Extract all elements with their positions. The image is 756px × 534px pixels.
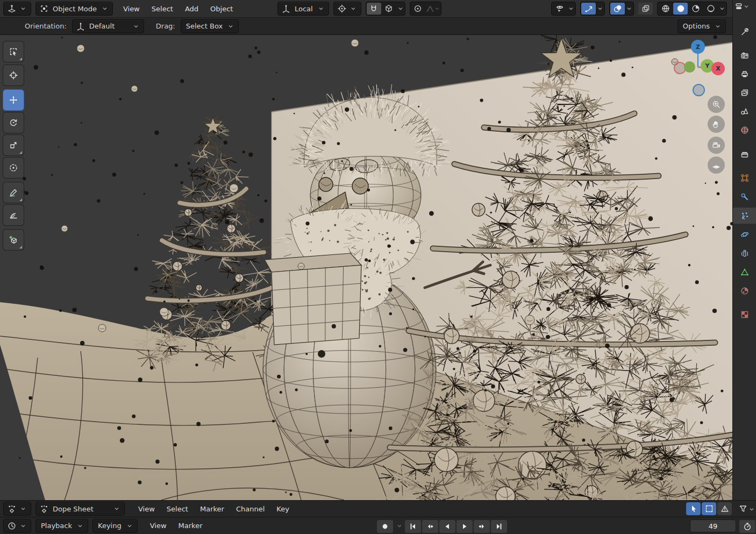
gizmo-x-axis[interactable]: X <box>711 62 725 75</box>
proportional-falloff-dropdown[interactable] <box>426 3 440 15</box>
play-icon <box>460 522 469 531</box>
properties-tab-physics[interactable] <box>733 226 756 243</box>
options-dropdown[interactable]: Options <box>677 19 726 33</box>
properties-tab-object-data[interactable] <box>733 264 756 280</box>
tool-transform[interactable] <box>3 157 24 179</box>
selected-only-toggle[interactable] <box>702 502 716 515</box>
mode-dropdown[interactable]: Object Mode <box>35 2 113 16</box>
transform-orientation-dropdown[interactable]: Local <box>277 2 329 16</box>
pivot-point-dropdown[interactable] <box>333 2 361 16</box>
timeline-editor-type-button[interactable] <box>3 519 31 533</box>
dope-menu-select[interactable]: Select <box>161 502 194 516</box>
pan-button[interactable] <box>708 116 725 133</box>
properties-tab-render[interactable] <box>733 47 756 63</box>
show-errors-toggle[interactable] <box>717 502 732 515</box>
dope-menu-key[interactable]: Key <box>270 502 295 516</box>
object-visibility-dropdown[interactable] <box>551 2 576 16</box>
jump-start-button[interactable] <box>404 519 422 533</box>
prev-keyframe-button[interactable] <box>422 519 439 533</box>
xray-toggle[interactable] <box>638 3 653 15</box>
show-gizmos-toggle[interactable] <box>581 3 596 15</box>
shading-material-button[interactable] <box>688 3 703 15</box>
properties-tab-scene[interactable] <box>733 103 756 119</box>
properties-tab-constraints[interactable] <box>733 245 756 261</box>
properties-tab-object[interactable] <box>733 170 756 186</box>
gizmo-z-axis[interactable]: Z <box>691 40 705 54</box>
navigation-gizmo[interactable]: Z Y X <box>670 40 726 99</box>
dope-editor-type-button[interactable] <box>3 502 31 516</box>
particles-icon <box>740 211 749 220</box>
auto-keying-record-button[interactable] <box>376 519 394 533</box>
visibility-button[interactable] <box>552 3 567 15</box>
play-reverse-button[interactable] <box>439 519 456 533</box>
proportional-edit-toggle[interactable] <box>411 3 425 15</box>
properties-tab-view-layer[interactable] <box>733 84 756 101</box>
properties-tab-material[interactable] <box>733 283 756 299</box>
menu-select[interactable]: Select <box>146 2 179 16</box>
drag-label: Drag: <box>155 22 176 30</box>
perspective-toggle-button[interactable] <box>708 156 725 174</box>
snap-to-dropdown[interactable] <box>382 3 396 15</box>
menu-add[interactable]: Add <box>179 2 204 16</box>
filters-dropdown[interactable] <box>736 502 750 515</box>
editor-type-button[interactable] <box>3 2 31 16</box>
overlays-group <box>609 2 634 16</box>
prev-keyframe-icon <box>426 522 434 531</box>
jump-end-button[interactable] <box>490 519 508 533</box>
timeline-menu-view[interactable]: View <box>144 519 173 532</box>
header-right-cluster <box>551 0 727 17</box>
sidebar-toggle-icon[interactable] <box>723 47 728 53</box>
orientation-axes-icon <box>282 4 290 13</box>
shading-solid-button[interactable] <box>673 3 688 15</box>
chevron-down-icon <box>19 506 27 511</box>
stopwatch-button[interactable] <box>739 519 756 533</box>
gizmo-neg-z-axis[interactable] <box>693 84 705 96</box>
chevron-down-icon <box>317 6 325 11</box>
current-frame-field[interactable]: 49 <box>690 519 736 532</box>
properties-tab-tool[interactable] <box>733 24 756 40</box>
tool-annotate[interactable] <box>3 182 24 203</box>
camera-view-button[interactable] <box>708 137 725 154</box>
properties-tab-particles[interactable] <box>733 208 756 224</box>
3d-viewport[interactable]: Z Y X <box>0 35 732 500</box>
funnel-icon <box>739 504 747 513</box>
tool-measure[interactable] <box>3 204 24 226</box>
gizmo-neg-y-axis[interactable] <box>684 61 695 73</box>
menu-view[interactable]: View <box>117 2 146 16</box>
dope-mode-dropdown[interactable]: Dope Sheet <box>35 502 125 516</box>
tool-select-box[interactable] <box>3 41 24 62</box>
menu-object[interactable]: Object <box>204 2 239 16</box>
properties-tab-collection[interactable] <box>733 146 756 162</box>
tool-cursor[interactable] <box>3 65 24 86</box>
show-overlays-toggle[interactable] <box>610 3 625 15</box>
viewport-canvas[interactable] <box>0 35 732 500</box>
play-button[interactable] <box>456 519 473 533</box>
tool-rotate[interactable] <box>3 112 24 133</box>
drag-dropdown[interactable]: Select Box <box>181 19 239 33</box>
properties-tab-output[interactable] <box>733 66 756 82</box>
dope-menu-channel[interactable]: Channel <box>230 502 270 516</box>
next-keyframe-button[interactable] <box>473 519 490 533</box>
zoom-button[interactable] <box>708 96 725 113</box>
keying-dropdown[interactable]: Keying <box>92 519 138 533</box>
shading-wireframe-button[interactable] <box>658 3 673 15</box>
texture-icon <box>740 310 749 319</box>
properties-tab-world[interactable] <box>733 122 756 138</box>
orientation-dropdown[interactable]: Default <box>72 19 144 33</box>
dope-menu-marker[interactable]: Marker <box>194 502 230 516</box>
timeline-menu-marker[interactable]: Marker <box>173 519 209 532</box>
shading-rendered-button[interactable] <box>703 3 718 15</box>
playback-dropdown[interactable]: Playback <box>35 519 88 533</box>
tool-scale[interactable] <box>3 134 24 156</box>
mode-label: Object Mode <box>52 5 98 13</box>
only-show-selected-toggle[interactable] <box>686 502 701 515</box>
physics-icon <box>740 230 749 239</box>
dope-sheet-menubar: ViewSelectMarkerChannelKey <box>132 502 295 516</box>
properties-tab-texture[interactable] <box>733 307 756 323</box>
dope-menu-view[interactable]: View <box>132 502 161 516</box>
snap-toggle-button[interactable] <box>367 3 381 15</box>
properties-tab-modifiers[interactable] <box>733 189 756 205</box>
tool-move[interactable] <box>3 89 24 111</box>
properties-editor-type-button[interactable] <box>734 2 749 11</box>
tool-add-cube[interactable] <box>3 229 24 251</box>
